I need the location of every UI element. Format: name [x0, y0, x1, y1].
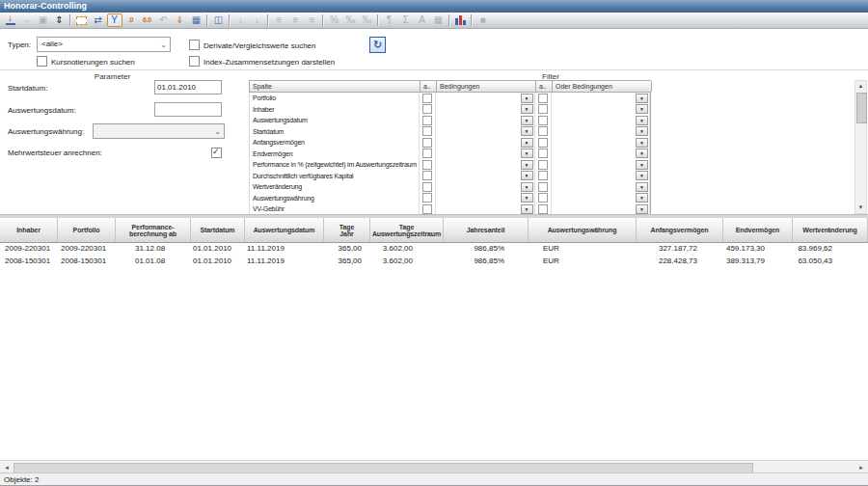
filter-and-cell[interactable] — [535, 148, 552, 160]
dropdown-arrow-icon[interactable]: ▼ — [636, 204, 648, 214]
filter-bedingungen-cell[interactable]: ▼ — [436, 171, 535, 182]
decimal-remove-icon[interactable]: 6.0 — [140, 14, 155, 27]
filter-and-cell[interactable] — [420, 181, 436, 193]
filter-and-checkbox[interactable] — [422, 126, 432, 136]
filter-and-checkbox[interactable] — [538, 116, 548, 125]
index-checkbox-row[interactable]: Index-Zusammensetzungen darstellen — [189, 56, 335, 67]
filter-and-cell[interactable] — [535, 193, 552, 204]
filter-bedingungen-cell[interactable]: ▼ — [436, 137, 535, 148]
filter-and-checkbox[interactable] — [422, 182, 432, 192]
dropdown-arrow-icon[interactable]: ▼ — [521, 193, 533, 202]
filter-and-checkbox[interactable] — [422, 148, 432, 158]
filter-and-checkbox[interactable] — [538, 193, 548, 202]
filter-and-checkbox[interactable] — [538, 138, 548, 148]
filter-and-checkbox[interactable] — [422, 94, 432, 103]
filter-oder-bedingungen-cell[interactable]: ▼ — [552, 148, 651, 160]
dropdown-arrow-icon[interactable]: ▼ — [636, 171, 648, 180]
filter-and-checkbox[interactable] — [422, 104, 432, 114]
filter-and-cell[interactable] — [420, 148, 436, 160]
dropdown-arrow-icon[interactable]: ▼ — [521, 116, 533, 125]
filter-and-cell[interactable] — [420, 171, 436, 182]
scroll-left-icon[interactable]: ◂ — [1, 462, 13, 472]
kursnotierungen-checkbox[interactable] — [37, 56, 47, 67]
table-row[interactable]: 2008-1503012008-15030101.01.0801.01.2010… — [0, 256, 868, 268]
typen-select[interactable]: <alle> ⌄ — [37, 37, 171, 52]
filter-and-checkbox[interactable] — [422, 160, 432, 170]
report-icon[interactable]: ◫ — [211, 14, 227, 27]
kursnotierungen-checkbox-row[interactable]: Kursnotierungen suchen — [37, 56, 135, 67]
refresh-button[interactable]: ↻ — [369, 37, 386, 53]
filter-and-cell[interactable] — [535, 203, 552, 214]
dropdown-arrow-icon[interactable]: ▼ — [636, 94, 648, 103]
horizontal-scrollbar[interactable]: ◂ ▸ — [0, 460, 868, 472]
dropdown-arrow-icon[interactable]: ▼ — [636, 148, 648, 158]
dropdown-arrow-icon[interactable]: ▼ — [636, 193, 648, 202]
filter-and-cell[interactable] — [420, 126, 436, 138]
chart-icon[interactable] — [453, 14, 469, 27]
dropdown-arrow-icon[interactable]: ▼ — [521, 148, 533, 158]
filter-and-checkbox[interactable] — [538, 204, 548, 214]
import-rows-icon[interactable]: ↓ — [3, 14, 18, 27]
grid-column-header[interactable]: Auswertungswährung — [529, 218, 637, 242]
dropdown-arrow-icon[interactable]: ▼ — [521, 171, 533, 180]
filter-and-checkbox[interactable] — [538, 171, 548, 180]
dropdown-arrow-icon[interactable]: ▼ — [521, 104, 533, 114]
filter-and-cell[interactable] — [535, 171, 552, 182]
filter-and-checkbox[interactable] — [422, 116, 432, 125]
filter-bedingungen-cell[interactable]: ▼ — [436, 193, 535, 204]
filter-and-cell[interactable] — [420, 193, 436, 204]
filter-and-cell[interactable] — [420, 203, 436, 214]
dropdown-arrow-icon[interactable]: ▼ — [636, 116, 648, 125]
filter-bedingungen-cell[interactable]: ▼ — [436, 159, 535, 171]
filter-bedingungen-cell[interactable]: ▼ — [436, 126, 535, 138]
scroll-right-icon[interactable]: ▸ — [855, 462, 867, 472]
dropdown-arrow-icon[interactable]: ▼ — [521, 138, 533, 148]
grid-column-header[interactable]: Inhaber — [0, 218, 58, 242]
filter-oder-bedingungen-cell[interactable]: ▼ — [552, 137, 651, 148]
filter-and-checkbox[interactable] — [538, 148, 548, 158]
index-checkbox[interactable] — [189, 56, 200, 67]
table-row[interactable]: 2009-2203012009-22030131.12.0801.01.2010… — [0, 243, 868, 256]
grid-column-header[interactable]: Jahresanteil — [444, 218, 529, 242]
dropdown-arrow-icon[interactable]: ▼ — [636, 138, 648, 148]
filter-bedingungen-cell[interactable]: ▼ — [436, 148, 535, 160]
dropdown-arrow-icon[interactable]: ▼ — [521, 126, 533, 136]
filter-and-cell[interactable] — [535, 115, 552, 126]
mehrwertsteuer-checkbox[interactable] — [211, 148, 222, 158]
filter-and-cell[interactable] — [535, 126, 552, 138]
filter-and-cell[interactable] — [535, 159, 552, 171]
decimal-add-icon[interactable]: .0 — [123, 14, 139, 27]
dropdown-arrow-icon[interactable]: ▼ — [521, 160, 533, 170]
filter-oder-bedingungen-cell[interactable]: ▼ — [552, 126, 651, 138]
dropdown-arrow-icon[interactable]: ▼ — [636, 182, 648, 192]
filter-and-checkbox[interactable] — [538, 126, 548, 136]
grid-column-header[interactable]: Anfangsvermögen — [637, 218, 723, 242]
dropdown-arrow-icon[interactable]: ▼ — [521, 94, 533, 103]
dropdown-arrow-icon[interactable]: ▼ — [636, 160, 648, 170]
vertical-scrollbar-thumb[interactable] — [856, 93, 867, 123]
dropdown-arrow-icon[interactable]: ▼ — [521, 182, 533, 192]
filter-and-cell[interactable] — [535, 93, 552, 104]
filter-oder-bedingungen-cell[interactable]: ▼ — [552, 93, 651, 104]
fit-height-icon[interactable]: ⇕ — [52, 14, 68, 27]
filter-oder-bedingungen-cell[interactable]: ▼ — [552, 115, 651, 126]
derivate-checkbox[interactable] — [189, 40, 200, 50]
bank-icon[interactable]: ▦ — [189, 14, 204, 27]
filter-vertical-scrollbar[interactable]: ▲ ▼ — [854, 80, 867, 214]
filter-and-cell[interactable] — [420, 137, 436, 148]
scroll-down-icon[interactable]: ▼ — [855, 202, 866, 213]
filter-and-checkbox[interactable] — [422, 204, 432, 214]
filter-oder-bedingungen-cell[interactable]: ▼ — [552, 203, 651, 214]
filter-and-cell[interactable] — [535, 104, 552, 116]
filter-icon[interactable]: Y — [107, 14, 122, 27]
grid-column-header[interactable]: Portfolio — [58, 218, 116, 242]
dropdown-arrow-icon[interactable]: ▼ — [636, 104, 648, 114]
filter-oder-bedingungen-cell[interactable]: ▼ — [552, 171, 651, 182]
filter-bedingungen-cell[interactable]: ▼ — [436, 93, 535, 104]
new-window-icon[interactable] — [74, 14, 90, 27]
filter-oder-bedingungen-cell[interactable]: ▼ — [552, 159, 651, 171]
scroll-up-icon[interactable]: ▲ — [855, 81, 866, 92]
filter-and-cell[interactable] — [535, 181, 552, 193]
grid-column-header[interactable]: Endvermögen — [723, 218, 793, 242]
derivate-checkbox-row[interactable]: Derivate/Vergleichswerte suchen — [189, 40, 316, 50]
